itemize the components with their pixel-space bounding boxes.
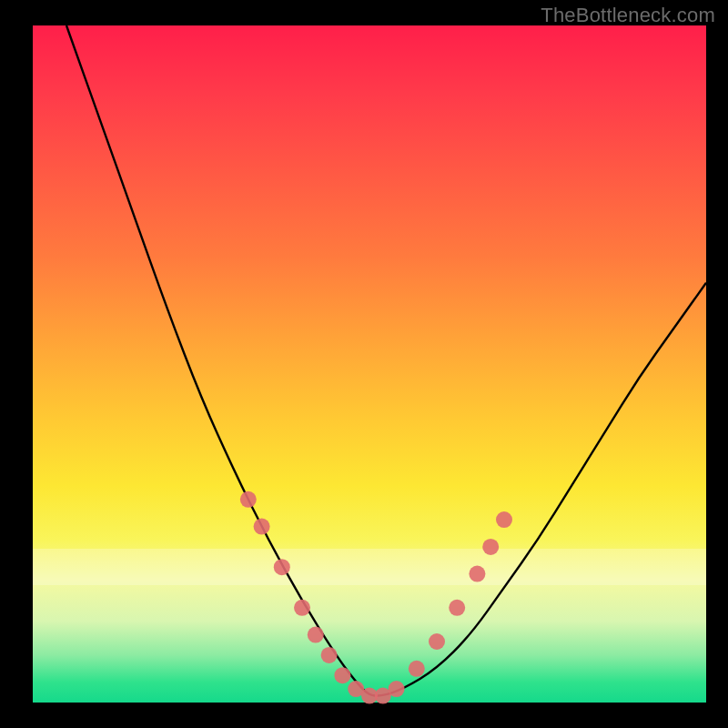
marker-dot (482, 539, 499, 555)
marker-dot (240, 491, 257, 508)
watermark-text: TheBottleneck.com (541, 4, 715, 27)
marker-dot (321, 647, 338, 663)
marker-dot (294, 600, 310, 616)
marker-dot (308, 627, 324, 643)
marker-dot (429, 633, 445, 650)
marker-dot (389, 681, 405, 697)
reference-markers (240, 491, 512, 704)
marker-dot (469, 566, 485, 582)
marker-dot (449, 600, 465, 616)
bottleneck-curve-svg (33, 25, 706, 703)
marker-dot (274, 559, 290, 575)
marker-dot (334, 667, 350, 683)
curve-path (66, 25, 706, 696)
chart-frame: TheBottleneck.com (0, 0, 728, 728)
plot-area (33, 25, 706, 703)
marker-dot (496, 511, 512, 528)
marker-dot (254, 519, 270, 535)
marker-dot (409, 661, 425, 677)
